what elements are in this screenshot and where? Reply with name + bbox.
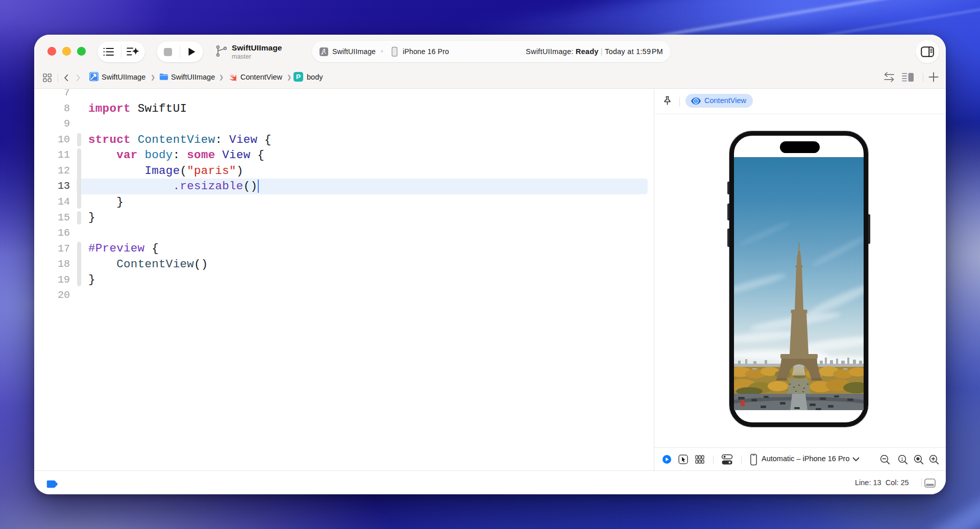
svg-text:1: 1 <box>901 456 903 462</box>
